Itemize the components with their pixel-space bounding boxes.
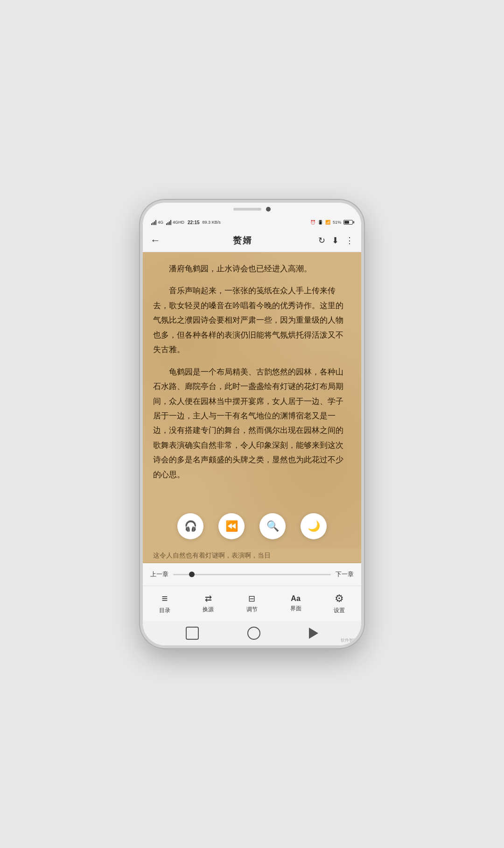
search-icon: 🔍 <box>266 520 279 532</box>
refresh-button[interactable]: ↻ <box>318 235 325 246</box>
nav-actions: ↻ ⬇ ⋮ <box>318 235 354 246</box>
headphone-button[interactable]: 🎧 <box>177 513 203 539</box>
page-title: 赘婿 <box>167 234 318 247</box>
home-bar <box>143 621 361 645</box>
adjust-icon: ⊟ <box>248 594 255 604</box>
headphone-icon: 🎧 <box>184 520 197 532</box>
battery-icon <box>343 220 353 225</box>
settings-icon: ⚙ <box>335 593 344 605</box>
paragraph-1: 潘府龟鹤园，止水诗会也已经进入高潮。 <box>153 261 351 276</box>
faded-text: 这令人自然也有着灯谜啊，表演啊，当日 <box>153 552 271 559</box>
status-right: ⏰ 📳 📶 51% <box>310 220 353 225</box>
network-label: 4G <box>158 220 163 225</box>
next-chapter-button[interactable]: 下一章 <box>336 570 354 579</box>
back-button[interactable]: ← <box>150 234 167 247</box>
battery-fill <box>344 221 349 224</box>
signal-icon <box>151 220 156 225</box>
network2-label: 4GHD <box>173 220 184 225</box>
rewind-icon: ⏪ <box>225 520 238 532</box>
toolbar-toc[interactable]: ≡ 目录 <box>151 593 179 615</box>
progress-dot[interactable] <box>189 572 195 577</box>
phone-camera <box>266 207 271 212</box>
home-back-button[interactable] <box>309 628 318 639</box>
reading-content: 潘府龟鹤园，止水诗会也已经进入高潮。 音乐声响起来，一张张的笺纸在众人手上传来传… <box>153 261 351 482</box>
top-nav: ← 赘婿 ↻ ⬇ ⋮ <box>143 229 361 252</box>
home-circle-button[interactable] <box>247 627 260 640</box>
watermark: 软件智库 <box>341 637 357 643</box>
toolbar-display[interactable]: Aa 界面 <box>282 594 310 613</box>
prev-chapter-button[interactable]: 上一章 <box>150 570 168 579</box>
toolbar-adjust[interactable]: ⊟ 调节 <box>238 594 266 614</box>
speed-label: 89.3 KB/s <box>203 220 221 225</box>
download-button[interactable]: ⬇ <box>332 235 339 246</box>
battery-label: 51% <box>333 220 341 225</box>
night-mode-button[interactable]: 🌙 <box>301 513 327 539</box>
faded-text-strip: 这令人自然也有着灯谜啊，表演啊，当日 <box>143 549 361 563</box>
source-label: 换源 <box>203 606 214 614</box>
moon-icon: 🌙 <box>308 520 320 532</box>
phone-speaker <box>233 208 261 211</box>
status-left: 4G 4GHD 22:15 89.3 KB/s <box>151 220 221 225</box>
toc-icon: ≡ <box>161 593 168 605</box>
phone-notch <box>143 203 361 216</box>
search-button[interactable]: 🔍 <box>259 513 286 539</box>
settings-label: 设置 <box>334 607 345 615</box>
display-icon: Aa <box>291 594 300 603</box>
home-square-button[interactable] <box>186 627 199 640</box>
display-label: 界面 <box>290 605 301 613</box>
toolbar-source[interactable]: ⇄ 换源 <box>194 594 222 614</box>
bottom-toolbar: ≡ 目录 ⇄ 换源 ⊟ 调节 Aa 界面 ⚙ 设置 <box>143 586 361 621</box>
toolbar-settings[interactable]: ⚙ 设置 <box>325 593 353 615</box>
status-bar: 4G 4GHD 22:15 89.3 KB/s ⏰ 📳 📶 51% <box>143 216 361 229</box>
more-button[interactable]: ⋮ <box>345 235 354 246</box>
source-icon: ⇄ <box>205 594 212 604</box>
progress-bar-area[interactable]: 上一章 下一章 <box>143 563 361 586</box>
reading-area[interactable]: 潘府龟鹤园，止水诗会也已经进入高潮。 音乐声响起来，一张张的笺纸在众人手上传来传… <box>143 252 361 549</box>
paragraph-3: 龟鹤园是一个布局精美、古韵悠然的园林，各种山石水路、廊院亭台，此时一盏盏绘有灯谜… <box>153 365 351 482</box>
toc-label: 目录 <box>159 607 170 615</box>
paragraph-2: 音乐声响起来，一张张的笺纸在众人手上传来传去，歌女轻灵的嗓音在吟唱着今晚的优秀诗… <box>153 283 351 357</box>
rewind-button[interactable]: ⏪ <box>218 513 245 539</box>
progress-track[interactable] <box>173 574 331 575</box>
time-label: 22:15 <box>188 220 200 225</box>
signal-icon2 <box>166 220 171 225</box>
phone-frame: 4G 4GHD 22:15 89.3 KB/s ⏰ 📳 📶 51% ← 赘婿 <box>140 200 364 648</box>
wifi-icon: 📶 <box>325 220 330 225</box>
reading-controls: 🎧 ⏪ 🔍 🌙 <box>143 509 361 544</box>
vibrate-icon: 📳 <box>318 220 323 225</box>
adjust-label: 调节 <box>246 606 258 614</box>
alarm-icon: ⏰ <box>310 220 315 225</box>
